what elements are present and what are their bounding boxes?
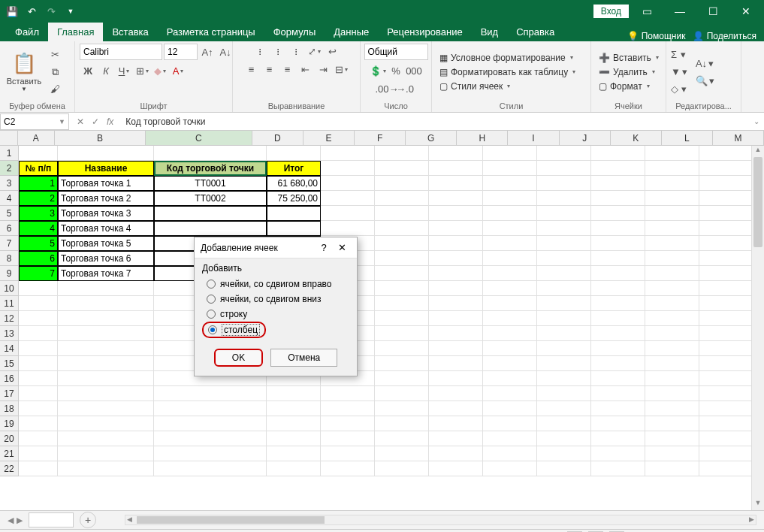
cell[interactable]	[321, 191, 375, 206]
tab-file[interactable]: Файл	[6, 23, 48, 41]
cell[interactable]	[58, 296, 154, 311]
cell[interactable]	[267, 221, 321, 236]
confirm-formula-icon[interactable]: ✓	[92, 116, 99, 127]
copy-icon[interactable]: ⧉	[47, 65, 63, 80]
cell[interactable]	[699, 461, 753, 476]
row-header[interactable]: 14	[0, 341, 19, 356]
column-header[interactable]: A	[18, 131, 55, 146]
cell[interactable]	[699, 341, 753, 356]
cell[interactable]: Торговая точка 1	[58, 176, 154, 191]
cell[interactable]	[375, 296, 429, 311]
cell[interactable]	[645, 461, 699, 476]
cell[interactable]	[645, 221, 699, 236]
cell[interactable]	[591, 311, 645, 326]
cell[interactable]	[483, 251, 537, 266]
cell[interactable]	[154, 401, 267, 416]
cell[interactable]	[645, 251, 699, 266]
select-all-corner[interactable]	[0, 131, 18, 146]
cell[interactable]	[321, 401, 375, 416]
cell[interactable]	[591, 386, 645, 401]
cell[interactable]	[537, 236, 591, 251]
cell[interactable]	[699, 446, 753, 461]
cell[interactable]	[537, 371, 591, 386]
scroll-up-icon[interactable]: ▲	[752, 146, 764, 157]
dialog-close-icon[interactable]: ✕	[333, 242, 351, 253]
cell[interactable]	[483, 296, 537, 311]
inc-decimal-icon[interactable]: .00→	[379, 81, 395, 96]
cell[interactable]	[375, 401, 429, 416]
cell[interactable]	[429, 416, 483, 431]
cell[interactable]	[483, 386, 537, 401]
cell[interactable]	[483, 191, 537, 206]
cell[interactable]	[699, 161, 753, 176]
cell[interactable]	[58, 146, 154, 161]
tab-layout[interactable]: Разметка страницы	[158, 23, 264, 41]
cell[interactable]	[591, 431, 645, 446]
cell[interactable]	[645, 266, 699, 281]
cell[interactable]	[429, 266, 483, 281]
next-sheet-icon[interactable]: ▶	[17, 515, 23, 525]
cell[interactable]	[645, 431, 699, 446]
cell[interactable]	[483, 401, 537, 416]
close-icon[interactable]: ✕	[731, 1, 761, 22]
currency-icon[interactable]: 💲▾	[370, 63, 386, 78]
cell[interactable]	[483, 311, 537, 326]
minimize-icon[interactable]: —	[665, 1, 695, 22]
cell[interactable]	[375, 311, 429, 326]
cell[interactable]	[267, 206, 321, 221]
scroll-left-icon[interactable]: ◀	[127, 515, 132, 523]
cell[interactable]	[267, 386, 321, 401]
row-header[interactable]: 21	[0, 446, 19, 461]
cell[interactable]	[321, 146, 375, 161]
cell[interactable]	[699, 311, 753, 326]
cell[interactable]	[537, 176, 591, 191]
cell[interactable]	[429, 341, 483, 356]
cancel-formula-icon[interactable]: ✕	[77, 116, 84, 127]
cell[interactable]	[537, 161, 591, 176]
cell[interactable]: Торговая точка 2	[58, 191, 154, 206]
cell[interactable]	[429, 386, 483, 401]
cell[interactable]: Итог	[267, 161, 321, 176]
cell[interactable]	[645, 146, 699, 161]
cell[interactable]	[699, 206, 753, 221]
cell[interactable]	[429, 146, 483, 161]
row-header[interactable]: 15	[0, 356, 19, 371]
qat-customize-icon[interactable]: ▼	[62, 2, 80, 20]
cell[interactable]	[699, 326, 753, 341]
cell[interactable]	[58, 386, 154, 401]
cell[interactable]	[267, 446, 321, 461]
row-header[interactable]: 3	[0, 176, 19, 191]
cell[interactable]	[537, 461, 591, 476]
cell[interactable]	[267, 416, 321, 431]
cell[interactable]	[58, 356, 154, 371]
cell[interactable]	[19, 281, 58, 296]
column-header[interactable]: I	[508, 131, 559, 146]
ribbon-display-icon[interactable]: ▭	[632, 1, 662, 22]
cell[interactable]	[699, 146, 753, 161]
cell[interactable]	[483, 236, 537, 251]
cell[interactable]	[375, 251, 429, 266]
cell[interactable]: Торговая точка 4	[58, 221, 154, 236]
tab-review[interactable]: Рецензирование	[378, 23, 471, 41]
radio-shift-down[interactable]: ячейки, со сдвигом вниз	[202, 292, 349, 307]
cell[interactable]	[19, 311, 58, 326]
cell[interactable]	[699, 416, 753, 431]
cell[interactable]	[645, 326, 699, 341]
cell[interactable]	[591, 236, 645, 251]
cell[interactable]	[375, 446, 429, 461]
cell[interactable]	[483, 281, 537, 296]
cell[interactable]	[154, 206, 267, 221]
indent-dec-icon[interactable]: ⇤	[297, 62, 314, 77]
cell[interactable]	[483, 206, 537, 221]
decrease-font-icon[interactable]: A↓	[217, 44, 234, 59]
cell[interactable]	[591, 191, 645, 206]
cell[interactable]	[429, 236, 483, 251]
autosum-icon[interactable]: Σ▾	[671, 47, 687, 62]
cell[interactable]: Торговая точка 7	[58, 266, 154, 281]
cell[interactable]	[375, 281, 429, 296]
cell[interactable]	[429, 371, 483, 386]
cell[interactable]	[375, 461, 429, 476]
cell[interactable]	[19, 371, 58, 386]
cell[interactable]: Торговая точка 6	[58, 251, 154, 266]
cell[interactable]	[645, 401, 699, 416]
